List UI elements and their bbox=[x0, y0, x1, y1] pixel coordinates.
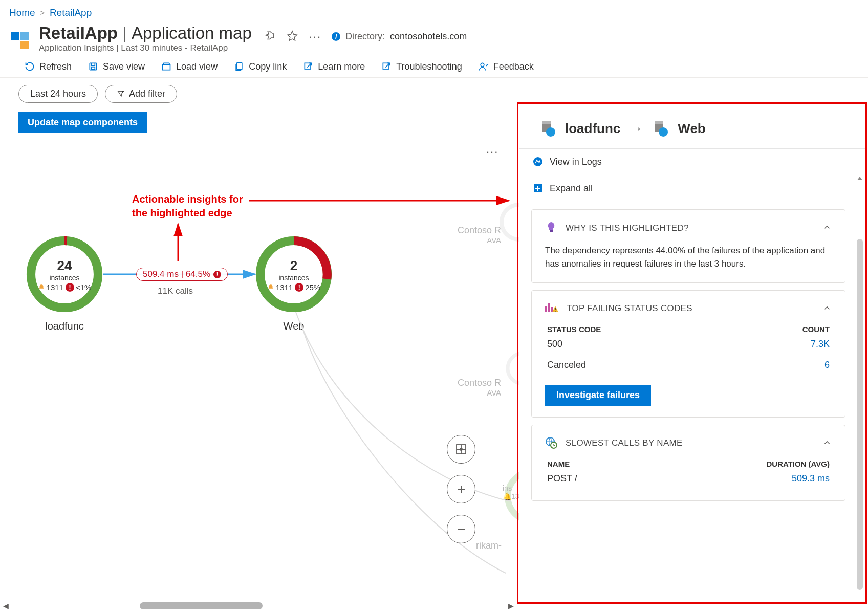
ghost-node-1: Contoso RAVA bbox=[458, 225, 501, 245]
chevron-up-icon bbox=[822, 438, 832, 449]
panel-to: Web bbox=[678, 121, 705, 137]
col-count: COUNT bbox=[802, 325, 830, 334]
card-slowest-calls: SLOWEST CALLS BY NAME NAME DURATION (AVG… bbox=[531, 425, 845, 501]
directory-label: Directory: bbox=[345, 31, 385, 42]
map-edge-sub: 11K calls bbox=[158, 286, 193, 296]
update-map-button[interactable]: Update map components bbox=[18, 112, 147, 133]
svg-point-22 bbox=[546, 127, 555, 137]
node-loadfunc-alerts: 1311 bbox=[47, 283, 63, 292]
card-status-codes: TOP FAILING STATUS CODES STATUS CODE COU… bbox=[531, 290, 845, 418]
status-row-500: 500 7.3K bbox=[545, 334, 832, 355]
breadcrumb-home[interactable]: Home bbox=[9, 7, 35, 18]
card-status-header[interactable]: TOP FAILING STATUS CODES bbox=[545, 302, 832, 316]
svg-rect-29 bbox=[545, 306, 547, 312]
directory-info: i Directory: contosohotels.com bbox=[332, 31, 467, 42]
zoom-fit-button[interactable] bbox=[447, 435, 475, 464]
expand-all-link[interactable]: Expand all bbox=[529, 174, 848, 202]
svg-rect-0 bbox=[11, 32, 19, 40]
breadcrumb-sep: > bbox=[40, 9, 45, 17]
svg-rect-21 bbox=[542, 121, 551, 124]
breadcrumb: Home > RetailApp bbox=[0, 0, 868, 21]
node-loadfunc-instances: instances bbox=[25, 274, 104, 282]
troubleshooting-button[interactable]: Troubleshooting bbox=[381, 61, 462, 72]
scroll-left-arrow[interactable]: ◀ bbox=[0, 602, 12, 610]
svg-rect-28 bbox=[550, 230, 553, 232]
learn-more-button[interactable]: Learn more bbox=[303, 61, 365, 72]
load-view-button[interactable]: Load view bbox=[161, 61, 218, 72]
svg-rect-24 bbox=[655, 121, 663, 124]
card-slowest-header[interactable]: SLOWEST CALLS BY NAME bbox=[545, 436, 832, 450]
save-view-button[interactable]: Save view bbox=[88, 61, 145, 72]
server-icon bbox=[539, 120, 557, 137]
zoom-controls bbox=[447, 435, 475, 543]
details-panel: loadfunc → Web View in Logs Expand all bbox=[519, 105, 865, 602]
info-icon: i bbox=[332, 32, 340, 41]
globe-clock-icon bbox=[545, 436, 557, 450]
panel-link-list: View in Logs bbox=[519, 148, 865, 174]
slowest-row-post: POST / 509.3 ms bbox=[545, 468, 832, 489]
slowest-post-duration[interactable]: 509.3 ms bbox=[792, 473, 830, 484]
svg-rect-5 bbox=[163, 65, 170, 70]
svg-rect-33 bbox=[555, 311, 556, 312]
chevron-up-icon bbox=[822, 223, 832, 233]
scroll-right-arrow[interactable]: ▶ bbox=[505, 602, 517, 610]
more-icon[interactable]: ··· bbox=[309, 30, 321, 43]
add-filter-pill[interactable]: Add filter bbox=[105, 85, 177, 103]
view-in-logs-link[interactable]: View in Logs bbox=[519, 149, 865, 174]
refresh-button[interactable]: Refresh bbox=[25, 61, 72, 72]
node-loadfunc-count: 24 bbox=[25, 258, 104, 274]
node-loadfunc-name: loadfunc bbox=[25, 320, 104, 332]
title-area: RetailApp | Application map Application … bbox=[0, 21, 868, 53]
chart-warning-icon bbox=[545, 302, 558, 316]
panel-title: loadfunc → Web bbox=[519, 105, 865, 141]
star-icon[interactable] bbox=[287, 30, 298, 43]
feedback-button[interactable]: Feedback bbox=[479, 61, 534, 72]
zoom-out-button[interactable] bbox=[447, 515, 475, 543]
svg-rect-30 bbox=[548, 303, 550, 312]
status-500-count[interactable]: 7.3K bbox=[811, 339, 830, 349]
svg-point-19 bbox=[460, 448, 462, 450]
application-map[interactable]: Actionable insights forthe highlighted e… bbox=[9, 169, 521, 588]
filter-row: Last 24 hours Add filter bbox=[0, 78, 868, 106]
status-canceled-count[interactable]: 6 bbox=[824, 360, 830, 370]
pin-icon[interactable] bbox=[264, 30, 275, 43]
investigate-failures-button[interactable]: Investigate failures bbox=[545, 385, 651, 406]
zoom-in-button[interactable] bbox=[447, 475, 475, 503]
svg-rect-32 bbox=[555, 308, 556, 310]
scroll-thumb[interactable] bbox=[140, 602, 263, 609]
scroll-up-arrow[interactable] bbox=[856, 176, 863, 181]
card-why-title: WHY IS THIS HIGHLIGHTED? bbox=[566, 223, 689, 233]
page-subtitle: Application Insights | Last 30 minutes -… bbox=[39, 43, 252, 53]
map-horizontal-scrollbar[interactable]: ◀ ▶ bbox=[0, 601, 517, 611]
breadcrumb-current[interactable]: RetailApp bbox=[50, 7, 92, 18]
svg-point-9 bbox=[481, 63, 484, 67]
card-why-highlighted: WHY IS THIS HIGHLIGHTED? The dependency … bbox=[531, 209, 845, 283]
col-duration: DURATION (AVG) bbox=[766, 459, 830, 468]
svg-rect-2 bbox=[20, 32, 29, 40]
svg-point-25 bbox=[659, 127, 668, 137]
app-insights-icon bbox=[9, 30, 31, 51]
panel-from: loadfunc bbox=[565, 121, 620, 137]
svg-rect-4 bbox=[92, 67, 95, 70]
map-more-icon[interactable]: ··· bbox=[486, 145, 498, 159]
expand-icon bbox=[532, 183, 544, 194]
logs-icon bbox=[532, 156, 544, 167]
node-web[interactable]: 2 instances 1311 !25% bbox=[254, 234, 334, 316]
map-edge-pill[interactable]: 509.4 ms | 64.5% ! bbox=[136, 268, 228, 281]
node-web-alerts: 1311 bbox=[276, 283, 293, 292]
card-why-header[interactable]: WHY IS THIS HIGHLIGHTED? bbox=[545, 221, 832, 235]
panel-scrollbar[interactable] bbox=[857, 239, 863, 590]
directory-value: contosohotels.com bbox=[390, 31, 467, 42]
svg-rect-7 bbox=[305, 63, 311, 70]
chevron-up-icon bbox=[822, 303, 832, 314]
ghost-connector bbox=[291, 307, 516, 588]
time-range-pill[interactable]: Last 24 hours bbox=[18, 85, 98, 103]
node-loadfunc[interactable]: 24 instances 1311 !<1% bbox=[25, 234, 104, 316]
page-title: RetailApp | Application map bbox=[39, 24, 252, 43]
arrow-right-icon: → bbox=[630, 121, 643, 137]
lightbulb-icon bbox=[545, 221, 557, 235]
node-loadfunc-error: <1% bbox=[76, 283, 91, 292]
copy-link-button[interactable]: Copy link bbox=[234, 61, 287, 72]
card-slowest-title: SLOWEST CALLS BY NAME bbox=[566, 438, 683, 448]
node-web-count: 2 bbox=[254, 258, 334, 274]
